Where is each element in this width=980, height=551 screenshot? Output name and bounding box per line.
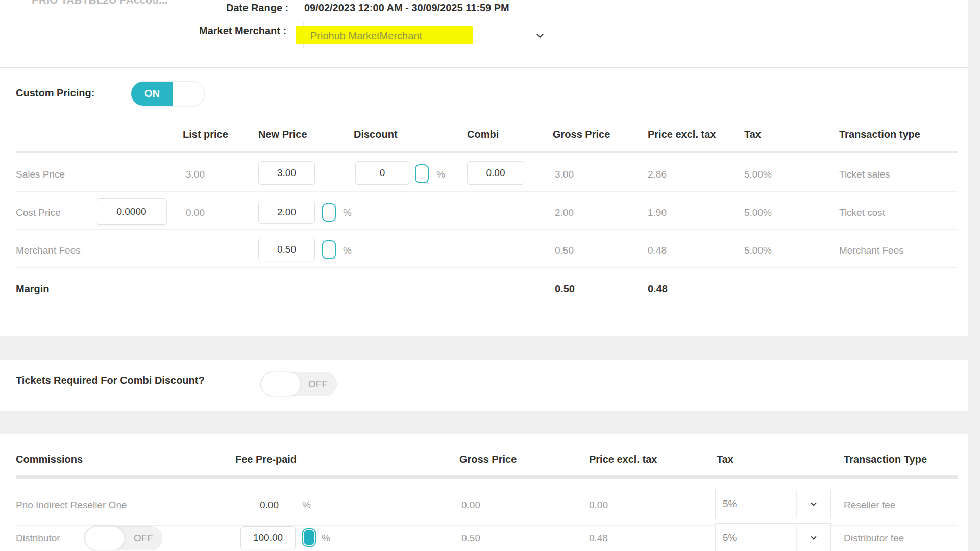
tax-select-value: 5% [715,490,797,518]
margin-row-label: Margin [16,281,50,296]
chevron-down-icon [536,30,544,37]
distributor-percent-checkbox[interactable] [302,528,316,547]
cost-gross-price: 2.00 [555,205,574,220]
commissions-header: Commissions [16,452,83,467]
clipped-page-title: PRIO TABTBL2U PAccou... [32,0,167,8]
commissions-transaction-type-header: Transaction Type [844,452,927,467]
margin-price-excl-tax: 0.48 [648,281,668,296]
reseller-price-excl-tax: 0.00 [589,497,608,513]
sales-combi-input[interactable] [467,161,524,185]
col-header-transaction-type: Transaction type [839,127,920,142]
col-header-new-price: New Price [258,127,307,142]
reseller-gross-price: 0.00 [461,497,480,513]
custom-pricing-toggle[interactable]: ON [131,81,205,106]
custom-pricing-label: Custom Pricing: [16,85,94,101]
distributor-transaction-type: Distributor fee [844,531,904,546]
tax-select-chevron-button[interactable] [796,490,831,518]
commissions-tax-header: Tax [717,452,733,467]
toggle-off-label: OFF [300,372,336,396]
commissions-price-excl-tax-header: Price excl. tax [589,452,657,467]
row-divider [16,229,958,230]
tax-select-value: 5% [715,523,797,551]
distributor-percent-label: % [322,531,330,546]
distributor-tax-select[interactable]: 5% [715,523,831,551]
merchant-fees-row-label: Merchant Fees [16,243,81,258]
cost-price-input[interactable] [96,198,167,225]
sales-new-price-input[interactable] [258,161,315,185]
row-divider [16,267,958,268]
cost-new-price-input[interactable] [258,201,315,224]
cost-transaction-type: Ticket cost [839,205,885,220]
market-merchant-value[interactable]: Priohub MarketMerchant [310,28,422,44]
sales-discount-input[interactable] [355,161,409,185]
sales-percent-label: % [436,167,445,182]
cost-tax: 5.00% [744,205,772,220]
commissions-gross-price-header: Gross Price [459,452,517,467]
fee-prepaid-header: Fee Pre-paid [235,452,297,467]
tax-select-chevron-button[interactable] [796,523,831,551]
merchant-fees-input[interactable] [258,238,315,261]
merchant-fees-gross-price: 0.50 [555,243,574,258]
cost-price-row-label: Cost Price [16,205,61,220]
distributor-gross-price: 0.50 [461,531,480,546]
row-divider [16,191,958,192]
cost-price-excl-tax: 1.90 [648,205,667,220]
reseller-fee: 0.00 [260,497,279,513]
header-divider [0,67,968,68]
col-header-price-excl-tax: Price excl. tax [648,127,716,142]
merchant-fees-tax: 5.00% [744,243,772,258]
date-range-label: Date Range : [226,1,288,15]
reseller-row-label: Prio Indirect Reseller One [16,497,127,513]
sales-discount-percent-checkbox[interactable] [415,164,429,183]
col-header-gross-price: Gross Price [553,127,610,142]
merchant-fees-percent-label: % [343,243,352,258]
chevron-down-icon [811,534,816,539]
pricing-configuration-page: PRIO TABTBL2U PAccou... Date Range : 09/… [0,0,980,551]
chevron-down-icon [811,500,816,506]
toggle-knob [85,526,125,550]
commissions-header-divider [16,475,958,479]
reseller-transaction-type: Reseller fee [844,497,895,513]
sales-price-excl-tax: 2.86 [648,167,667,182]
date-range-value: 09/02/2023 12:00 AM - 30/09/2025 11:59 P… [304,1,509,15]
sales-tax: 5.00% [744,167,772,182]
sales-price-row-label: Sales Price [16,167,65,182]
cost-list-price: 0.00 [186,205,205,220]
col-header-combi: Combi [467,127,499,142]
toggle-off-label: OFF [125,527,162,550]
col-header-list-price: List price [183,127,228,142]
sales-gross-price: 3.00 [555,167,574,182]
merchant-fees-price-excl-tax: 0.48 [648,243,667,258]
toggle-knob [261,372,301,396]
table-header-divider [16,151,958,153]
market-merchant-label: Market Merchant : [199,23,286,38]
tickets-combi-label: Tickets Required For Combi Discount? [16,372,205,388]
cost-percent-checkbox[interactable] [322,203,336,222]
cost-percent-label: % [343,205,352,220]
merchant-fees-percent-checkbox[interactable] [322,240,336,259]
toggle-on-segment: ON [131,82,173,106]
market-merchant-dropdown-button[interactable] [521,21,559,49]
tickets-combi-toggle[interactable]: OFF [260,372,337,396]
col-header-tax: Tax [744,127,761,142]
distributor-row-label: Distributor [16,531,60,546]
reseller-tax-select[interactable]: 5% [715,490,831,518]
merchant-fees-transaction-type: Merchant Fees [839,243,904,258]
distributor-fee-input[interactable] [240,526,296,549]
margin-gross-price: 0.50 [555,281,575,296]
col-header-discount: Discount [354,127,398,142]
sales-list-price: 3.00 [186,167,205,182]
distributor-toggle[interactable]: OFF [84,526,162,550]
reseller-percent-label: % [302,497,311,513]
sales-transaction-type: Ticket sales [839,167,890,182]
distributor-price-excl-tax: 0.48 [589,531,608,546]
